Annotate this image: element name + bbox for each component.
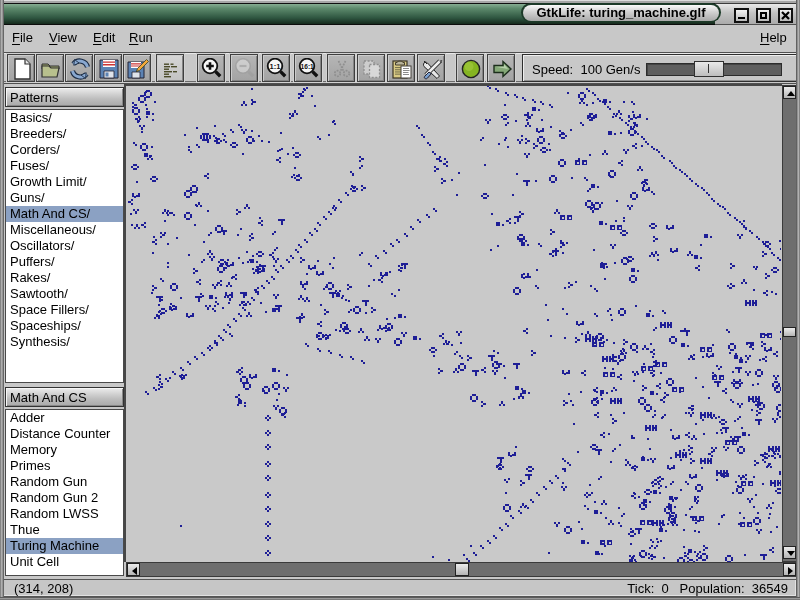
svg-text:1:1: 1:1 bbox=[270, 62, 281, 71]
svg-text:16:1: 16:1 bbox=[301, 63, 315, 70]
